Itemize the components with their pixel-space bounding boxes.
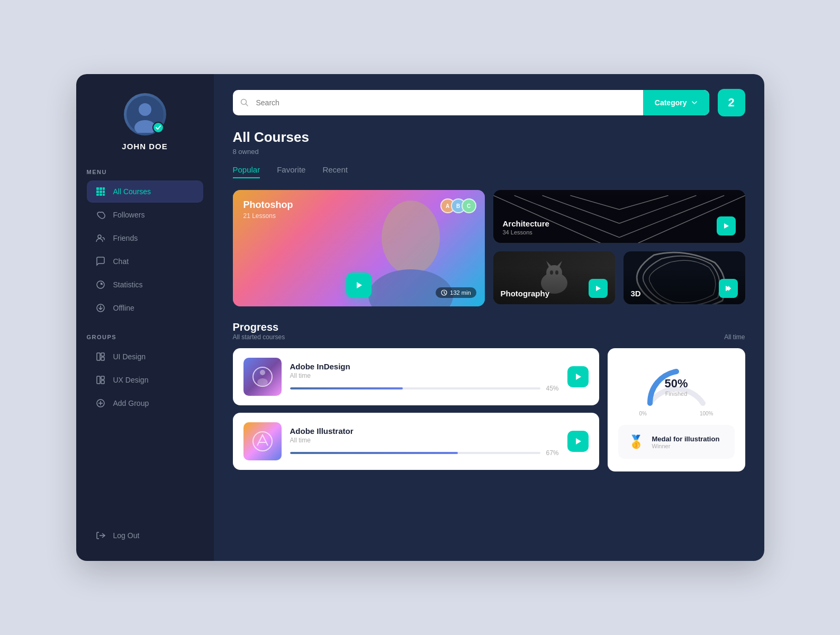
notification-count: 2 [728, 96, 734, 110]
svg-rect-4 [100, 187, 102, 190]
sidebar-item-statistics[interactable]: Statistics [87, 274, 203, 296]
svg-marker-29 [357, 282, 362, 288]
illustrator-info: Adobe Illustrator All time 67% [290, 427, 559, 457]
svg-marker-52 [576, 374, 581, 380]
svg-line-26 [246, 104, 248, 106]
search-icon [233, 98, 256, 107]
logout-button[interactable]: Log Out [87, 525, 203, 546]
progress-layout: Adobe InDesign All time 45% [233, 348, 745, 471]
sidebar-item-followers[interactable]: Followers [87, 204, 203, 226]
all-time-label: All time [724, 333, 745, 341]
profile-name: JOHN DOE [122, 142, 167, 151]
indesign-progress-bar: 45% [290, 385, 559, 392]
sidebar-profile: JOHN DOE [76, 74, 214, 164]
tab-favorite[interactable]: Favorite [277, 165, 305, 178]
courses-grid: Photoshop 21 Lessons A B C [233, 190, 745, 306]
svg-rect-9 [96, 194, 99, 196]
indesign-info: Adobe InDesign All time 45% [290, 362, 559, 392]
progress-header: Progress All started courses All time [233, 321, 745, 341]
indesign-bar-bg [290, 387, 541, 389]
sidebar-item-add-group-label: Add Group [113, 399, 149, 407]
app-container: JOHN DOE MENU [76, 74, 764, 561]
donut-hundred: 100% [700, 411, 713, 416]
sidebar-item-followers-label: Followers [113, 211, 145, 219]
sidebar-item-ux-design[interactable]: UX Design [87, 369, 203, 391]
medal-row: 🥇 Medal for illustration Winner [618, 425, 735, 459]
sidebar-item-chat[interactable]: Chat [87, 250, 203, 273]
main-header: Category 2 [214, 74, 764, 116]
svg-rect-7 [100, 190, 102, 193]
illustrator-play-button[interactable] [567, 431, 589, 452]
friends-icon [95, 233, 106, 243]
course-card-photography[interactable]: Photography [493, 251, 615, 304]
sidebar-item-add-group[interactable]: Add Group [87, 392, 203, 414]
avatar-3: C [462, 198, 476, 213]
sidebar-item-ui-design[interactable]: UI Design [87, 346, 203, 368]
grid-icon [95, 186, 106, 197]
3d-play-button[interactable] [719, 279, 738, 298]
photoshop-time: 132 min [450, 289, 471, 296]
progress-courses: Adobe InDesign All time 45% [233, 348, 599, 471]
notification-button[interactable]: 2 [718, 89, 745, 116]
progress-card-indesign: Adobe InDesign All time 45% [233, 348, 599, 405]
sidebar-item-offline-label: Offline [113, 304, 134, 312]
courses-tabs: Popular Favorite Recent [233, 165, 745, 178]
progress-card-illustrator: Adobe Illustrator All time 67% [233, 413, 599, 470]
svg-point-51 [257, 378, 268, 386]
menu-label: MENU [87, 169, 203, 175]
sidebar-item-ui-design-label: UI Design [113, 352, 146, 361]
svg-rect-17 [101, 357, 104, 360]
illustrator-percent: 67% [546, 449, 558, 457]
category-button[interactable]: Category [643, 90, 709, 115]
statistics-icon [95, 279, 106, 290]
svg-marker-46 [596, 286, 601, 291]
svg-rect-16 [101, 353, 104, 356]
3d-title: 3D [631, 289, 719, 298]
ux-design-icon [95, 375, 106, 385]
tab-popular[interactable]: Popular [233, 165, 260, 178]
search-input[interactable] [256, 98, 643, 107]
sidebar-item-statistics-label: Statistics [113, 280, 143, 289]
illustrator-thumbnail [243, 422, 282, 460]
svg-point-12 [98, 235, 101, 238]
course-card-architecture[interactable]: Architecture 34 Lessons [493, 190, 745, 243]
sidebar-item-all-courses-label: All Courses [113, 187, 151, 196]
indesign-play-button[interactable] [567, 366, 589, 387]
medal-icon: 🥇 [627, 432, 646, 451]
photoshop-play-button[interactable] [346, 273, 372, 298]
add-group-icon [95, 398, 106, 409]
sidebar-item-offline[interactable]: Offline [87, 297, 203, 319]
course-card-photoshop[interactable]: Photoshop 21 Lessons A B C [233, 190, 485, 306]
heart-icon [95, 210, 106, 220]
course-card-3d[interactable]: 3D [624, 251, 745, 304]
svg-point-1 [139, 103, 151, 116]
progress-section: Progress All started courses All time [233, 321, 745, 471]
illustrator-progress-bar: 67% [290, 449, 559, 457]
photoshop-lessons: 21 Lessons [243, 212, 474, 220]
indesign-percent: 45% [546, 385, 558, 392]
svg-marker-55 [576, 438, 581, 444]
tab-recent[interactable]: Recent [322, 165, 348, 178]
menu-section: MENU All Courses [76, 164, 214, 323]
svg-rect-15 [97, 353, 100, 360]
svg-rect-3 [96, 187, 99, 190]
stats-card: 50% Finished 0% 100% 🥇 Medal f [608, 348, 745, 471]
donut-axis: 0% 100% [639, 411, 713, 416]
medal-subtitle: Winner [652, 443, 720, 449]
progress-title: Progress [233, 321, 285, 333]
medal-info: Medal for illustration Winner [652, 435, 720, 449]
progress-subtitle: All started courses [233, 333, 285, 341]
main-content: All Courses 8 owned Popular Favorite Rec… [214, 116, 764, 561]
groups-section: GROUPS UI Design [76, 323, 214, 419]
donut-center: 50% Finished [664, 377, 688, 397]
verified-badge [152, 122, 164, 133]
sidebar-item-friends[interactable]: Friends [87, 227, 203, 249]
architecture-play-button[interactable] [717, 216, 736, 235]
illustrator-name: Adobe Illustrator [290, 427, 559, 436]
main-area: Category 2 All Courses 8 owned Popular F… [214, 74, 764, 561]
sidebar-item-all-courses[interactable]: All Courses [87, 180, 203, 203]
indesign-bar-fill [290, 387, 403, 389]
logout-label: Log Out [113, 531, 140, 540]
svg-rect-10 [100, 194, 102, 196]
photography-play-button[interactable] [589, 279, 608, 298]
